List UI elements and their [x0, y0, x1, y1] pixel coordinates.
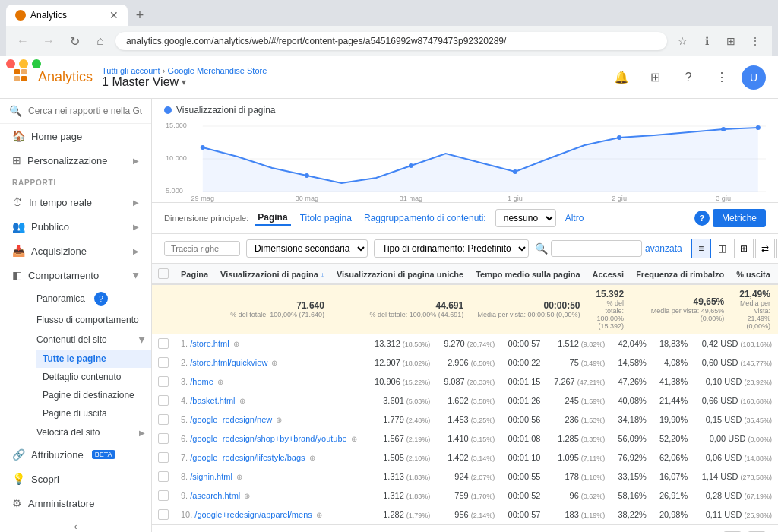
sidebar-search-input[interactable]: [28, 106, 142, 116]
sidebar-item-attribuzione[interactable]: 🔗 Attribuzione BETA: [0, 442, 151, 467]
external-link-icon[interactable]: ⊕: [351, 435, 357, 443]
secondary-dim-dropdown[interactable]: Dimensione secondaria: [246, 239, 368, 258]
notifications-button[interactable]: 🔔: [608, 64, 635, 91]
dimensioni-badge[interactable]: ?: [94, 292, 108, 306]
table-view-icon[interactable]: ≡: [691, 239, 711, 258]
row-checkbox[interactable]: [152, 467, 175, 486]
row-checkbox[interactable]: [152, 372, 175, 391]
minimize-window[interactable]: [19, 59, 28, 68]
page-link[interactable]: /asearch.html: [190, 491, 240, 500]
help-button[interactable]: ?: [675, 64, 702, 91]
dim-titolo-link[interactable]: Titolo pagina: [297, 211, 355, 225]
pivot-view-icon[interactable]: ⊞: [734, 239, 754, 258]
sidebar-item-scopri[interactable]: 💡 Scopri: [0, 467, 151, 491]
row-checkbox[interactable]: [152, 429, 175, 448]
col-header-uscita[interactable]: % uscita: [730, 264, 776, 284]
maximize-window[interactable]: [32, 59, 41, 68]
col-header-tempo[interactable]: Tempo medio sulla pagina: [470, 264, 586, 284]
altro-link[interactable]: Altro: [562, 211, 587, 225]
row-checkbox[interactable]: [152, 486, 175, 505]
apps-button[interactable]: ⊞: [641, 64, 669, 91]
sidebar-item-flusso[interactable]: Flusso di comportamento: [24, 310, 151, 330]
page-link[interactable]: /store.html/quickview: [190, 358, 267, 367]
page-link[interactable]: /google+redesign/new: [190, 415, 272, 424]
page-link[interactable]: /google+redesign/lifestyle/bags: [190, 453, 305, 462]
col-header-accessi[interactable]: Accessi: [587, 264, 631, 284]
row-valore: 0,66 USD (160,68%): [694, 391, 778, 410]
checkbox-header[interactable]: [152, 264, 175, 284]
sidebar-item-contenuti[interactable]: Contenuti del sito ▶: [24, 330, 151, 350]
sidebar-item-panoramica[interactable]: Panoramica ?: [24, 287, 151, 310]
sidebar-item-home[interactable]: 🏠 Home page: [0, 124, 151, 148]
row-checkbox[interactable]: [152, 353, 175, 372]
row-checkbox[interactable]: [152, 391, 175, 410]
sidebar-item-velocita[interactable]: Velocità del sito ▶: [24, 423, 151, 442]
external-link-icon[interactable]: ⊕: [233, 340, 239, 348]
home-button[interactable]: ⌂: [90, 30, 111, 52]
more-options-button[interactable]: ⋮: [708, 64, 735, 91]
sidebar-item-dettaglio[interactable]: Dettaglio contenuto: [36, 368, 151, 386]
col-header-frequenza[interactable]: Frequenza di rimbalzo: [630, 264, 730, 284]
sidebar-item-realtime[interactable]: ⏱ In tempo reale ▶: [0, 190, 151, 214]
col-header-visualizzazioni[interactable]: Visualizzazioni di pagina ↓: [214, 264, 330, 284]
raggruppamento-dropdown[interactable]: nessuno: [495, 209, 556, 227]
profile-icon[interactable]: ℹ: [696, 30, 717, 52]
forward-button[interactable]: →: [38, 30, 59, 52]
new-tab-button[interactable]: +: [129, 5, 150, 26]
sidebar-item-destinazione[interactable]: Pagine di destinazione: [36, 386, 151, 404]
col-header-pagina[interactable]: Pagina: [175, 264, 214, 284]
sidebar-collapse-button[interactable]: ‹: [0, 515, 151, 532]
dim-raggruppamento-link[interactable]: Raggruppamento di contenuti:: [361, 211, 489, 225]
view-selector[interactable]: 1 Master View ▾: [102, 75, 599, 89]
external-link-icon[interactable]: ⊕: [309, 454, 315, 462]
external-link-icon[interactable]: ⊕: [217, 378, 223, 386]
row-checkbox[interactable]: [152, 410, 175, 429]
external-link-icon[interactable]: ⊕: [276, 416, 282, 424]
external-link-icon[interactable]: ⊕: [236, 473, 242, 481]
page-link[interactable]: /basket.html: [190, 396, 235, 405]
external-link-icon[interactable]: ⊕: [316, 511, 322, 519]
help-bubble-metriche[interactable]: ?: [694, 211, 710, 226]
refresh-button[interactable]: ↻: [64, 30, 85, 52]
page-link[interactable]: /home: [190, 377, 213, 386]
address-bar[interactable]: [115, 32, 667, 50]
external-link-icon[interactable]: ⊕: [239, 397, 245, 405]
sidebar-item-amministratore[interactable]: ⚙ Amministratore: [0, 491, 151, 515]
sidebar-item-comportamento[interactable]: ◧ Comportamento ▶: [0, 263, 151, 287]
sort-type-dropdown[interactable]: Tipo di ordinamento: Predefinito: [374, 239, 529, 258]
table-search-input[interactable]: [551, 240, 642, 257]
tab-close-button[interactable]: ✕: [109, 9, 119, 21]
breadcrumb-store[interactable]: Google Merchandise Store: [167, 66, 267, 75]
page-link[interactable]: /google+redesign/apparel/mens: [194, 510, 312, 519]
menu-icon[interactable]: ⋮: [745, 30, 766, 52]
sidebar-item-acquisizione[interactable]: 📥 Acquisizione ▶: [0, 239, 151, 263]
external-link-icon[interactable]: ⊕: [271, 359, 277, 367]
bookmark-icon[interactable]: ☆: [672, 30, 693, 52]
back-button[interactable]: ←: [12, 30, 33, 52]
row-checkbox[interactable]: [152, 448, 175, 467]
comportamento-submenu: Panoramica ? Flusso di comportamento Con…: [0, 287, 151, 442]
sidebar-item-tutte-pagine[interactable]: Tutte le pagine: [36, 350, 151, 368]
sidebar-item-uscita[interactable]: Pagine di uscita: [36, 404, 151, 423]
dim-pagina-link[interactable]: Pagina: [255, 211, 290, 226]
sidebar-item-pubblico[interactable]: 👥 Pubblico ▶: [0, 214, 151, 239]
row-checkbox[interactable]: [152, 334, 175, 353]
col-header-vis-uniche[interactable]: Visualizzazioni di pagina uniche: [330, 264, 470, 284]
metriche-button[interactable]: Metriche: [713, 209, 766, 227]
advanced-search-link[interactable]: avanzata: [645, 243, 682, 254]
sidebar-item-personalization[interactable]: ⊞ Personalizzazione ▶: [0, 148, 151, 173]
chart-view-icon[interactable]: ◫: [713, 239, 732, 258]
breadcrumb-all-accounts[interactable]: Tutti gli account: [102, 66, 160, 75]
close-window[interactable]: [6, 59, 15, 68]
row-checkbox[interactable]: [152, 505, 175, 524]
extensions-icon[interactable]: ⊞: [720, 30, 742, 52]
sidebar-search: 🔍: [0, 99, 151, 124]
page-link[interactable]: /google+redesign/shop+by+brand/youtube: [190, 434, 346, 443]
active-tab[interactable]: Analytics ✕: [6, 5, 128, 26]
user-avatar[interactable]: U: [742, 65, 766, 90]
external-link-icon[interactable]: ⊕: [244, 492, 250, 500]
compare-view-icon[interactable]: ⇄: [755, 239, 775, 258]
page-link[interactable]: /signin.html: [190, 472, 232, 481]
search-rows-input[interactable]: [164, 241, 240, 256]
page-link[interactable]: /store.html: [190, 339, 229, 348]
